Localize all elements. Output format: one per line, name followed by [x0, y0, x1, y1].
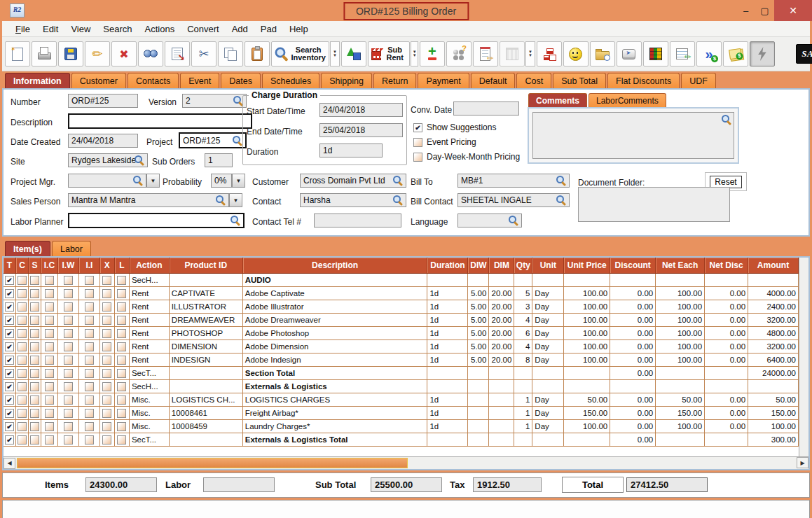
- labor-planner-field[interactable]: [68, 213, 245, 228]
- tab-udf[interactable]: UDF: [681, 73, 716, 88]
- table-row[interactable]: SecT...Section Total0.0024000.00: [4, 367, 799, 380]
- s-checkbox[interactable]: [30, 276, 39, 285]
- language-lookup-icon[interactable]: [509, 216, 518, 225]
- date-created-field[interactable]: 24/04/2018: [68, 134, 138, 148]
- ic-checkbox[interactable]: [45, 342, 54, 351]
- t-checkbox[interactable]: [5, 422, 14, 431]
- start-date-field[interactable]: 24/04/2018: [319, 103, 403, 117]
- tab-sub-total[interactable]: Sub Total: [553, 73, 606, 88]
- iw-checkbox[interactable]: [64, 396, 73, 405]
- column-header-qty[interactable]: Qty: [514, 258, 532, 273]
- comments-textarea[interactable]: [532, 112, 734, 159]
- table-row[interactable]: SecT...Externals & Logistics Total0.0030…: [4, 433, 799, 447]
- duration-field[interactable]: 1d: [319, 144, 383, 158]
- ii-checkbox[interactable]: [85, 342, 94, 351]
- contact-button[interactable]: [563, 41, 589, 66]
- x-checkbox[interactable]: [102, 382, 111, 391]
- table-row[interactable]: RentILLUSTRATORAdobe Illustrator1d5.0020…: [4, 300, 799, 314]
- l-checkbox[interactable]: [117, 356, 126, 365]
- table-row[interactable]: RentDREAMWEAVERAdobe Dreamweaver1d5.0020…: [4, 314, 799, 327]
- sub-rent-button[interactable]: Sub Rent: [368, 41, 411, 66]
- column-header-net_each[interactable]: Net Each: [656, 258, 705, 273]
- menu-item-file[interactable]: File: [9, 24, 36, 34]
- ic-checkbox[interactable]: [45, 289, 54, 298]
- conv-date-field[interactable]: [453, 102, 519, 115]
- iw-checkbox[interactable]: [64, 342, 73, 351]
- menu-item-help[interactable]: Help: [283, 24, 315, 34]
- c-checkbox[interactable]: [18, 342, 27, 351]
- ii-checkbox[interactable]: [85, 435, 94, 444]
- tab-return[interactable]: Return: [373, 73, 417, 88]
- search-inventory-button-dropdown[interactable]: ▼▼: [330, 41, 339, 66]
- iw-checkbox[interactable]: [64, 356, 73, 365]
- s-checkbox[interactable]: [30, 329, 39, 338]
- minimize-button[interactable]: –: [736, 0, 755, 21]
- shortcut-key-button[interactable]: [617, 41, 642, 66]
- contact-field[interactable]: Harsha: [300, 193, 406, 207]
- column-header-s[interactable]: S: [29, 258, 41, 273]
- tab-schedules[interactable]: Schedules: [262, 73, 319, 88]
- ic-checkbox[interactable]: [45, 422, 54, 431]
- column-header-ii[interactable]: I.I: [79, 258, 100, 273]
- ii-checkbox[interactable]: [85, 356, 94, 365]
- menu-item-add[interactable]: Add: [226, 24, 254, 34]
- l-checkbox[interactable]: [117, 422, 126, 431]
- l-checkbox[interactable]: [117, 409, 126, 418]
- event-pricing-checkbox[interactable]: [413, 138, 422, 147]
- tab-cost[interactable]: Cost: [516, 73, 551, 88]
- l-checkbox[interactable]: [117, 316, 126, 325]
- t-checkbox[interactable]: [5, 342, 14, 351]
- sales-person-dropdown[interactable]: [229, 193, 242, 207]
- paste-special-button[interactable]: [165, 41, 190, 66]
- ic-checkbox[interactable]: [45, 435, 54, 444]
- column-header-x[interactable]: X: [100, 258, 115, 273]
- sub-rent-button-dropdown[interactable]: ▼▼: [411, 41, 418, 66]
- c-checkbox[interactable]: [18, 329, 27, 338]
- save-button[interactable]: [58, 41, 83, 66]
- ii-checkbox[interactable]: [85, 289, 94, 298]
- x-checkbox[interactable]: [102, 435, 111, 444]
- calendar-button-dropdown[interactable]: ▼▼: [525, 41, 535, 66]
- description-field[interactable]: [68, 113, 252, 129]
- find-button[interactable]: [138, 41, 163, 66]
- x-checkbox[interactable]: [102, 302, 111, 312]
- table-row[interactable]: RentDIMENSIONAdobe Dimension1d5.0020.004…: [4, 340, 799, 354]
- ic-checkbox[interactable]: [45, 369, 54, 378]
- t-checkbox[interactable]: [5, 369, 14, 378]
- x-checkbox[interactable]: [102, 422, 111, 431]
- c-checkbox[interactable]: [18, 435, 27, 444]
- bill-to-field[interactable]: MB#1: [457, 174, 570, 188]
- ii-checkbox[interactable]: [85, 276, 94, 285]
- ic-checkbox[interactable]: [45, 276, 54, 285]
- table-row[interactable]: RentPHOTOSHOPAdobe Photoshop1d5.0020.006…: [4, 327, 799, 340]
- l-checkbox[interactable]: [117, 435, 126, 444]
- bill-contact-lookup-icon[interactable]: [556, 195, 566, 205]
- version-field[interactable]: 2: [182, 94, 247, 108]
- site-field[interactable]: Rydges Lakeside Ca: [68, 153, 148, 167]
- project-lookup-icon[interactable]: [233, 136, 242, 146]
- tab-payment[interactable]: Payment: [418, 73, 469, 88]
- s-checkbox[interactable]: [30, 289, 39, 298]
- ic-checkbox[interactable]: [45, 356, 54, 365]
- new-document-button[interactable]: [5, 41, 30, 66]
- project-mgr-dropdown[interactable]: [146, 174, 160, 188]
- x-checkbox[interactable]: [102, 276, 111, 285]
- menu-item-view[interactable]: View: [64, 24, 97, 34]
- t-checkbox[interactable]: [5, 382, 14, 391]
- tab-information[interactable]: Information: [5, 73, 70, 88]
- contact-lookup-icon[interactable]: [393, 195, 403, 205]
- c-checkbox[interactable]: [18, 276, 27, 285]
- iw-checkbox[interactable]: [64, 316, 73, 325]
- project-mgr-field[interactable]: [68, 174, 146, 188]
- availability-button[interactable]: [446, 41, 472, 66]
- column-header-diw[interactable]: DIW: [468, 258, 489, 273]
- x-checkbox[interactable]: [102, 329, 111, 338]
- table-row[interactable]: RentCAPTIVATEAdobe Captivate1d5.0020.005…: [4, 287, 799, 300]
- tab-laborcomments[interactable]: LaborComments: [589, 93, 666, 108]
- l-checkbox[interactable]: [117, 396, 126, 405]
- ic-checkbox[interactable]: [45, 396, 54, 405]
- x-checkbox[interactable]: [102, 316, 111, 325]
- paste-button[interactable]: [245, 41, 270, 66]
- iw-checkbox[interactable]: [64, 409, 73, 418]
- end-date-field[interactable]: 25/04/2018: [319, 123, 403, 137]
